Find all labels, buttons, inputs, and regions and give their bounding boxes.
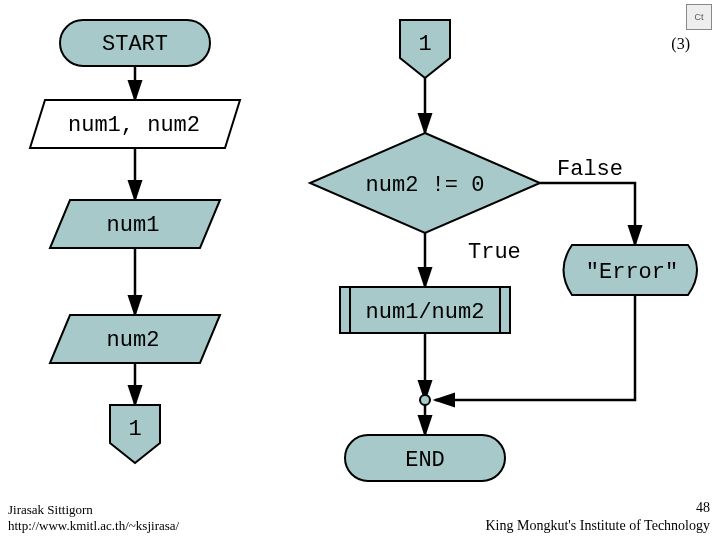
- end-label: END: [405, 448, 445, 473]
- author-name: Jirasak Sittigorn: [8, 502, 179, 518]
- connector-out: 1: [110, 405, 160, 463]
- output-num2-label: num2: [107, 328, 160, 353]
- connector-in: 1: [400, 20, 450, 78]
- author-url: http://www.kmitl.ac.th/~ksjirasa/: [8, 518, 179, 534]
- true-label: True: [468, 240, 521, 265]
- institution: King Mongkut's Institute of Technology: [486, 517, 711, 535]
- error-label: "Error": [586, 260, 678, 285]
- footer-right: 48 King Mongkut's Institute of Technolog…: [486, 499, 711, 534]
- corner-badge: Ct: [686, 4, 712, 30]
- slide-number: (3): [671, 35, 690, 53]
- output-num1-node: num1: [50, 200, 220, 248]
- input-label: num1, num2: [68, 113, 200, 138]
- page-number: 48: [486, 499, 711, 517]
- connector-in-label: 1: [418, 32, 431, 57]
- input-node: num1, num2: [30, 100, 240, 148]
- output-num1-label: num1: [107, 213, 160, 238]
- decision-label: num2 != 0: [366, 173, 485, 198]
- end-terminator: END: [345, 435, 505, 481]
- start-terminator: START: [60, 20, 210, 66]
- output-num2-node: num2: [50, 315, 220, 363]
- flowchart: START num1, num2 num1 num2 1 1 num2 != 0…: [0, 0, 720, 540]
- process-label: num1/num2: [366, 300, 485, 325]
- false-label: False: [557, 157, 623, 182]
- process-node: num1/num2: [340, 287, 510, 333]
- footer-left: Jirasak Sittigorn http://www.kmitl.ac.th…: [8, 502, 179, 535]
- start-label: START: [102, 32, 168, 57]
- error-display-node: "Error": [564, 245, 698, 295]
- decision-node: num2 != 0: [310, 133, 540, 233]
- arrow-false: [540, 183, 635, 245]
- connector-out-label: 1: [128, 417, 141, 442]
- junction-dot: [420, 395, 430, 405]
